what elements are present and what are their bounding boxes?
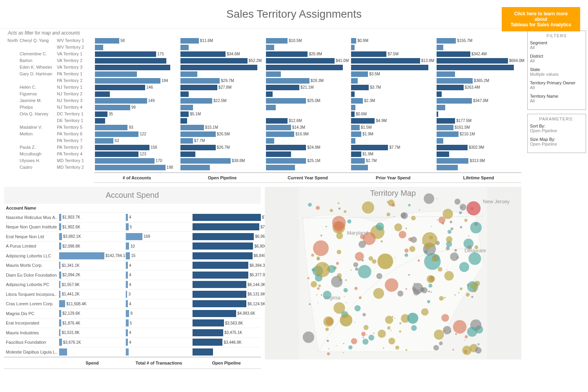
col-header-open-pipeline[interactable]: Open Pipeline xyxy=(180,173,265,182)
bar-cell[interactable]: $27.8M xyxy=(180,84,264,91)
territory-row-label[interactable]: Figueroa NJ Territory 2 xyxy=(4,91,94,97)
bar-cell[interactable]: 146 xyxy=(95,84,179,91)
bar-cell[interactable]: 122 xyxy=(95,131,179,137)
bar-cell[interactable] xyxy=(266,111,350,117)
col-header-pys[interactable]: Prior Year Spend xyxy=(350,173,436,182)
bar-cell[interactable]: 175 xyxy=(95,51,179,57)
account-row[interactable]: Nascetur Ridiculus Mus A.. $1,903.7K 4 $… xyxy=(4,212,261,222)
bar-cell[interactable]: $21.1M xyxy=(266,84,350,91)
territory-row-label[interactable]: Castro MD Territory 2 xyxy=(4,164,94,171)
territory-row-label[interactable]: North Cheryl Q. Yang WV Territory 1 xyxy=(4,37,94,44)
parameter-item[interactable]: Size Map By:Open Pipeline xyxy=(530,137,583,146)
account-row[interactable]: Cras Lorem Lorem Corp. $11,508.4K 4 $6,1… xyxy=(4,299,261,309)
bar-cell[interactable] xyxy=(95,57,179,64)
bar-cell[interactable]: $365.2M xyxy=(437,77,521,84)
bar-cell[interactable] xyxy=(351,44,435,51)
learn-more-button[interactable]: Click here to learn more about Tableau f… xyxy=(502,7,580,31)
bar-cell[interactable]: $177.5M xyxy=(437,117,521,124)
bar-cell[interactable]: $0.6M xyxy=(351,111,435,117)
bar-cell[interactable]: 158 xyxy=(95,144,179,151)
account-row[interactable]: A Purus Limited $2,098.8K 10 $6,906.3K xyxy=(4,241,261,251)
bar-cell[interactable]: $11.6M xyxy=(180,37,264,44)
bar-cell[interactable]: $13.8M xyxy=(351,57,435,64)
bar-cell[interactable]: $3.5M xyxy=(351,71,435,77)
bar-cell[interactable]: $15.1M xyxy=(180,124,264,131)
account-row[interactable]: Erat Incorporated $1,876.4K 5 $3,563.8K xyxy=(4,318,261,328)
bar-cell[interactable]: $2.7M xyxy=(351,157,435,164)
bar-cell[interactable]: $155.7M xyxy=(437,37,521,44)
col-header-cys[interactable]: Current Year Spend xyxy=(265,173,351,182)
account-row[interactable]: Faucibus Foundation $3,676.1K 4 $3,446.8… xyxy=(4,337,261,347)
bar-cell[interactable]: $7.7M xyxy=(180,137,264,144)
bar-cell[interactable] xyxy=(351,104,435,111)
bar-cell[interactable] xyxy=(351,164,435,171)
bar-cell[interactable] xyxy=(95,64,179,71)
bar-cell[interactable] xyxy=(95,71,179,77)
bar-cell[interactable]: $38.8M xyxy=(180,157,264,164)
bar-cell[interactable]: 198 xyxy=(95,164,179,171)
bar-cell[interactable] xyxy=(437,44,521,51)
bar-cell[interactable] xyxy=(266,71,350,77)
as-col-spend[interactable]: Spend xyxy=(59,357,126,368)
filter-item[interactable]: Territory NameAll xyxy=(530,94,583,103)
map-svg[interactable] xyxy=(265,187,522,359)
territory-row-label[interactable]: Barton VA Territory 2 xyxy=(4,57,94,64)
as-col-trans[interactable]: Total # of Transactions xyxy=(126,357,192,368)
bar-cell[interactable]: $4.9M xyxy=(351,117,435,124)
bar-cell[interactable] xyxy=(437,164,521,171)
bar-cell[interactable] xyxy=(180,91,264,97)
bar-cell[interactable]: $313.9M xyxy=(437,157,521,164)
bar-cell[interactable]: $347.0M xyxy=(437,97,521,104)
as-col-pipe[interactable]: Open Pipeline xyxy=(192,357,261,368)
bar-cell[interactable]: 93 xyxy=(95,124,179,131)
bar-cell[interactable]: $28.3M xyxy=(266,77,350,84)
territory-row-label[interactable]: PA Territory 7 xyxy=(4,137,94,144)
bar-cell[interactable]: $210.1M xyxy=(437,131,521,137)
bar-cell[interactable]: $2.3M xyxy=(351,97,435,104)
bar-cell[interactable]: 149 xyxy=(95,97,179,104)
bar-cell[interactable]: 58 xyxy=(95,37,179,44)
bar-cell[interactable] xyxy=(180,44,264,51)
bar-cell[interactable]: $14.3M xyxy=(266,124,350,131)
bar-cell[interactable]: $26.7M xyxy=(180,144,264,151)
bar-cell[interactable]: $26.5M xyxy=(180,131,264,137)
account-row[interactable]: Neque Non Quam Institute $1,902.6K 5 $7,… xyxy=(4,222,261,232)
bar-cell[interactable] xyxy=(180,117,264,124)
bar-cell[interactable] xyxy=(437,104,521,111)
bar-cell[interactable]: $302.9M xyxy=(437,144,521,151)
bar-cell[interactable]: $25.1M xyxy=(266,157,350,164)
bar-cell[interactable] xyxy=(266,44,350,51)
col-header-accounts[interactable]: # of Accounts xyxy=(94,173,180,182)
bar-cell[interactable]: $161.5M xyxy=(437,124,521,131)
territory-row-label[interactable]: Jasmine M. NJ Territory 3 xyxy=(4,97,94,104)
bar-cell[interactable]: $12.6M xyxy=(266,117,350,124)
bar-cell[interactable]: 53 xyxy=(95,137,179,144)
bar-cell[interactable] xyxy=(180,64,264,71)
account-row[interactable]: Magnis Dis PC $2,129.6K 8 $4,983.6K xyxy=(4,308,261,318)
territory-row-label[interactable]: Melton PA Territory 6 xyxy=(4,131,94,137)
territory-row-label[interactable]: Mccullough PA Territory 4 xyxy=(4,151,94,157)
bar-cell[interactable] xyxy=(437,64,521,71)
territory-row-label[interactable]: Madaline V. PA Territory 5 xyxy=(4,124,94,131)
account-row[interactable]: Adipiscing Lobortis PC $1,557.9K 4 $6,14… xyxy=(4,280,261,290)
account-row[interactable]: Mauris Morbi Corp. $1,341.1K 4 $6,394.3K xyxy=(4,261,261,270)
parameter-item[interactable]: Sort By:Open Pipeline xyxy=(530,124,583,133)
bar-cell[interactable]: $263.4M xyxy=(437,84,521,91)
account-row[interactable]: Diam Eu Dolor Foundation $2,094.2K 4 $6,… xyxy=(4,270,261,280)
bar-cell[interactable]: 99 xyxy=(95,104,179,111)
filter-item[interactable]: StateMultiple values xyxy=(530,67,583,77)
bar-cell[interactable] xyxy=(266,104,350,111)
territory-row-label[interactable]: Gary D. Hartman PA Territory 1 xyxy=(4,71,94,77)
filter-item[interactable]: SegmentAll xyxy=(530,40,583,50)
territory-row-label[interactable]: Helen C. NJ Territory 1 xyxy=(4,84,94,91)
territory-row-label[interactable]: Orla Q. Harvey DC Territory 1 xyxy=(4,111,94,117)
bar-cell[interactable] xyxy=(351,137,435,144)
bar-cell[interactable]: $34.6M xyxy=(180,51,264,57)
account-row[interactable]: Mauris Industries $1,531.8K 4 $3,475.1K xyxy=(4,328,261,337)
bar-cell[interactable] xyxy=(266,64,350,71)
bar-cell[interactable] xyxy=(437,111,521,117)
bar-cell[interactable] xyxy=(351,91,435,97)
filter-item[interactable]: DistrictAll xyxy=(530,54,583,63)
territory-row-label[interactable]: Eden K. Wheeler VA Territory 3 xyxy=(4,64,94,71)
filter-item[interactable]: Territory Primary OwnerAll xyxy=(530,80,583,90)
